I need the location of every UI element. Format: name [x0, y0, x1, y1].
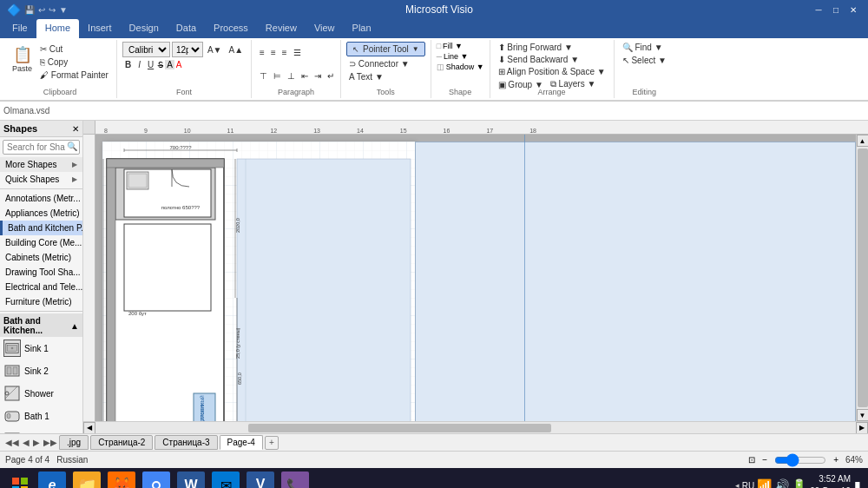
bold-button[interactable]: B: [122, 59, 134, 70]
valign-top-button[interactable]: ⊤: [257, 70, 270, 82]
font-highlight-button[interactable]: A: [165, 60, 174, 69]
taskbar-outlook-icon[interactable]: ✉: [212, 472, 240, 488]
tab-data[interactable]: Data: [168, 19, 205, 38]
indent-inc-button[interactable]: ⇥: [312, 70, 324, 82]
drawing-canvas[interactable]: ВСТРОЕННЫЙ ХОЛОДИЛЬНИК 700:???? полотно …: [95, 135, 856, 421]
paragraph-settings-button[interactable]: ↵: [325, 70, 337, 82]
paste-button[interactable]: 📋 Paste: [9, 43, 36, 85]
horizontal-scrollbar[interactable]: ◀ ▶: [83, 421, 868, 433]
font-decrease-button[interactable]: A▼: [205, 44, 225, 56]
tab-insert[interactable]: Insert: [79, 19, 121, 38]
quick-access-redo[interactable]: ↪: [49, 5, 56, 15]
scroll-thumb-v[interactable]: [858, 148, 868, 407]
minimize-button[interactable]: ─: [811, 3, 826, 16]
tab-plan[interactable]: Plan: [344, 19, 380, 38]
cut-button[interactable]: ✂ Cut: [37, 43, 111, 55]
page-nav-next-button[interactable]: ▶: [31, 438, 42, 447]
page-tab-4[interactable]: Page-4: [220, 435, 263, 450]
tray-arrow[interactable]: ◂: [735, 481, 740, 488]
scroll-down-button[interactable]: ▼: [857, 409, 869, 421]
section-collapse-button[interactable]: ▲: [70, 321, 79, 331]
quick-access-dropdown[interactable]: ▼: [59, 5, 68, 15]
tab-home[interactable]: Home: [36, 19, 79, 38]
taskbar-firefox-icon[interactable]: 🦊: [108, 472, 135, 488]
page-tab-3[interactable]: Страница-3: [155, 435, 217, 450]
annotations-item[interactable]: Annotations (Metr...: [0, 191, 82, 206]
taskbar-ie-icon[interactable]: e: [38, 472, 66, 488]
tab-file[interactable]: File: [3, 19, 36, 38]
page-nav-first-button[interactable]: ◀◀: [3, 438, 21, 447]
shape-shower[interactable]: Shower: [0, 382, 82, 405]
tab-design[interactable]: Design: [121, 19, 168, 38]
align-position-button[interactable]: ⊞ Align Position & Space ▼: [496, 66, 608, 77]
tab-review[interactable]: Review: [257, 19, 306, 38]
align-right-button[interactable]: ≡: [279, 47, 290, 58]
appliances-item[interactable]: Appliances (Metric): [0, 206, 82, 221]
align-center-button[interactable]: ≡: [268, 47, 279, 58]
tab-process[interactable]: Process: [205, 19, 257, 38]
quick-access-undo[interactable]: ↩: [38, 5, 45, 15]
valign-mid-button[interactable]: ⊨: [271, 70, 284, 82]
page-nav-prev-button[interactable]: ◀: [21, 438, 31, 447]
font-color-button[interactable]: A: [176, 60, 182, 69]
taskbar-viber-icon[interactable]: 📞: [281, 472, 309, 488]
valign-bot-button[interactable]: ⊥: [285, 70, 298, 82]
cabinets-item[interactable]: Cabinets (Metric): [0, 250, 82, 265]
shape-sink1[interactable]: Sink 1: [0, 337, 82, 359]
underline-button[interactable]: U: [145, 59, 156, 70]
bring-forward-button[interactable]: ⬆ Bring Forward ▼: [496, 42, 575, 53]
building-core-item[interactable]: Building Core (Me...: [0, 235, 82, 250]
align-left-button[interactable]: ≡: [257, 47, 267, 58]
taskbar-chrome-icon[interactable]: [142, 472, 170, 488]
text-button[interactable]: A Text ▼: [346, 71, 386, 82]
zoom-out-button[interactable]: −: [762, 455, 767, 465]
furniture-item[interactable]: Furniture (Metric): [0, 294, 82, 309]
scroll-left-button[interactable]: ◀: [83, 422, 95, 434]
font-increase-button[interactable]: A▲: [227, 44, 247, 56]
tab-view[interactable]: View: [306, 19, 344, 38]
font-strikethrough-button[interactable]: S̶: [158, 60, 163, 69]
taskbar-word-icon[interactable]: W: [177, 472, 205, 488]
indent-dec-button[interactable]: ⇤: [299, 70, 311, 82]
taskbar-visio-icon[interactable]: V: [247, 472, 274, 488]
shape-sink3[interactable]: Sink 3: [0, 427, 82, 433]
pointer-tool-button[interactable]: ↖ Pointer Tool ▼: [346, 42, 425, 56]
align-justify-button[interactable]: ☰: [291, 47, 304, 58]
quick-shapes-item[interactable]: Quick Shapes ▶: [0, 172, 82, 187]
drawing-tool-item[interactable]: Drawing Tool Sha...: [0, 265, 82, 280]
send-backward-button[interactable]: ⬇ Send Backward ▼: [496, 54, 582, 65]
scroll-up-button[interactable]: ▲: [857, 135, 869, 147]
page-tab-jpg[interactable]: .jpg: [59, 435, 89, 450]
start-button[interactable]: [7, 472, 33, 488]
page-tab-2[interactable]: Страница-2: [90, 435, 153, 450]
scroll-thumb-h[interactable]: [248, 424, 551, 432]
electrical-item[interactable]: Electrical and Tele...: [0, 280, 82, 294]
scroll-right-button[interactable]: ▶: [856, 422, 868, 434]
bath-kitchen-item[interactable]: Bath and Kitchen P...: [0, 221, 82, 235]
format-painter-button[interactable]: 🖌 Format Painter: [37, 69, 111, 81]
taskbar-explorer-icon[interactable]: 📁: [73, 472, 101, 488]
italic-button[interactable]: I: [135, 59, 143, 70]
quick-access-save[interactable]: 💾: [24, 5, 35, 15]
ruler-mark-17: 17: [486, 128, 493, 134]
find-button[interactable]: 🔍 Find ▼: [620, 42, 666, 53]
copy-button[interactable]: ⎘ Copy: [37, 56, 111, 68]
zoom-in-button[interactable]: +: [833, 455, 838, 465]
fit-page-button[interactable]: ⊡: [748, 455, 755, 465]
connector-button[interactable]: ⊃ Connector ▼: [346, 58, 412, 69]
shape-sink2[interactable]: Sink 2: [0, 359, 82, 382]
new-page-button[interactable]: +: [265, 436, 279, 450]
vertical-scrollbar[interactable]: ▲ ▼: [856, 135, 868, 421]
show-desktop-button[interactable]: ▮: [854, 478, 861, 488]
close-button[interactable]: ✕: [845, 3, 861, 16]
more-shapes-item[interactable]: More Shapes ▶: [0, 157, 82, 172]
shape-bath1[interactable]: Bath 1: [0, 405, 82, 427]
svg-rect-6: [5, 386, 19, 400]
page-nav-last-button[interactable]: ▶▶: [42, 438, 59, 447]
select-button[interactable]: ↖ Select ▼: [620, 55, 669, 66]
maximize-button[interactable]: □: [828, 3, 844, 16]
font-size-select[interactable]: 12pt: [172, 42, 203, 57]
font-family-select[interactable]: Calibri: [122, 42, 170, 57]
shapes-panel-close-button[interactable]: ✕: [72, 124, 79, 134]
zoom-slider[interactable]: [774, 453, 826, 467]
